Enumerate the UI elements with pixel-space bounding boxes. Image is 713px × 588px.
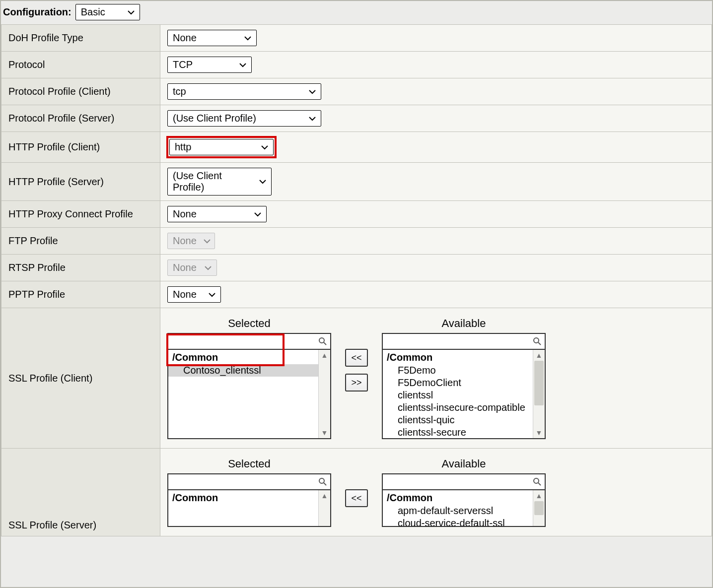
configuration-label: Configuration:	[3, 6, 71, 18]
list-item[interactable]: cloud-service-default-ssl	[383, 517, 533, 526]
row-label-http-profile-client: HTTP Profile (Client)	[1, 132, 160, 163]
configuration-bar: Configuration: Basic	[1, 1, 712, 24]
configuration-select[interactable]: Basic	[75, 4, 140, 20]
chevron-down-icon	[309, 89, 316, 94]
search-icon	[315, 477, 330, 486]
ssl-server-dual-list: Selected /Common	[167, 457, 705, 527]
list-item[interactable]: apm-default-serverssl	[383, 505, 533, 517]
chevron-down-icon	[239, 63, 246, 67]
ssl-server-available-search[interactable]	[382, 473, 546, 490]
ssl-client-available-search-input[interactable]	[383, 334, 530, 349]
ssl-server-available-search-input[interactable]	[383, 475, 530, 489]
svg-line-1	[324, 342, 326, 345]
chevron-down-icon	[309, 116, 316, 121]
scrollbar[interactable]: ▲ ▼	[318, 350, 330, 438]
chevron-down-icon	[205, 265, 212, 270]
list-item[interactable]: F5Demo	[383, 364, 533, 377]
svg-point-4	[319, 478, 324, 483]
scroll-up-icon[interactable]: ▲	[319, 350, 330, 361]
row-label-pptp-profile: PPTP Profile	[1, 281, 160, 308]
ssl-client-selected-search-input[interactable]	[168, 334, 315, 349]
ssl-client-selected-group: /Common	[168, 351, 318, 364]
scrollbar[interactable]: ▲ ▼	[533, 350, 545, 438]
list-item[interactable]: clientssl-insecure-compatible	[383, 401, 533, 414]
list-item[interactable]: clientssl-quic	[383, 414, 533, 426]
move-left-button[interactable]: <<	[345, 489, 368, 507]
chevron-down-icon	[261, 145, 268, 150]
svg-point-2	[534, 338, 539, 343]
protocol-select[interactable]: TCP	[167, 57, 252, 73]
search-icon	[530, 337, 545, 346]
ssl-client-move-buttons: << >>	[345, 349, 368, 392]
list-item[interactable]: clientssl-secure	[383, 426, 533, 438]
scroll-up-icon[interactable]: ▲	[319, 490, 330, 501]
doh-profile-type-select[interactable]: None	[167, 30, 257, 46]
protocol-profile-client-select[interactable]: tcp	[167, 83, 321, 100]
ssl-client-available-group: /Common	[383, 351, 533, 364]
rtsp-profile-select: None	[167, 260, 217, 276]
row-label-http-profile-server: HTTP Profile (Server)	[1, 163, 160, 201]
configuration-form-table: DoH Profile Type None Protocol TCP	[1, 24, 712, 536]
row-label-ftp-profile: FTP Profile	[1, 228, 160, 255]
row-label-protocol: Protocol	[1, 52, 160, 78]
ssl-client-dual-list: Selected /Common Contoso_clients	[167, 317, 705, 439]
list-item[interactable]: Contoso_clientssl	[168, 364, 318, 377]
list-item[interactable]: clientssl	[383, 389, 533, 401]
chevron-down-icon	[204, 239, 211, 244]
svg-point-6	[534, 478, 539, 483]
search-icon	[530, 477, 545, 486]
chevron-down-icon	[254, 212, 261, 217]
ssl-server-selected-search[interactable]	[167, 473, 331, 490]
ssl-server-available-title: Available	[382, 457, 546, 470]
svg-line-7	[538, 483, 541, 485]
pptp-profile-select[interactable]: None	[167, 286, 221, 303]
ssl-server-available-listbox[interactable]: /Common apm-default-serverssl cloud-serv…	[382, 490, 546, 527]
configuration-select-value: Basic	[81, 6, 105, 18]
move-left-button[interactable]: <<	[345, 349, 368, 367]
svg-line-5	[324, 483, 326, 485]
protocol-profile-server-select[interactable]: (Use Client Profile)	[167, 110, 321, 127]
ssl-server-selected-search-input[interactable]	[168, 475, 315, 489]
ssl-client-available-title: Available	[382, 317, 546, 330]
http-profile-client-select[interactable]: http	[169, 139, 274, 155]
configuration-panel: Configuration: Basic DoH Profile Type No…	[0, 0, 713, 588]
ssl-client-selected-listbox[interactable]: /Common Contoso_clientssl ▲ ▼	[167, 350, 331, 439]
http-profile-server-select[interactable]: (Use Client Profile)	[167, 168, 272, 196]
list-item[interactable]: F5DemoClient	[383, 377, 533, 389]
scroll-down-icon[interactable]: ▼	[533, 427, 545, 438]
ssl-client-selected-search[interactable]	[167, 333, 331, 350]
ssl-server-selected-listbox[interactable]: /Common ▲	[167, 490, 331, 527]
ssl-client-available-search[interactable]	[382, 333, 546, 350]
search-icon	[315, 337, 330, 346]
scroll-up-icon[interactable]: ▲	[533, 350, 545, 361]
ftp-profile-select: None	[167, 233, 215, 249]
row-label-ssl-profile-client: SSL Profile (Client)	[1, 308, 160, 449]
row-label-rtsp-profile: RTSP Profile	[1, 255, 160, 281]
row-label-ssl-profile-server: SSL Profile (Server)	[1, 449, 160, 536]
chevron-down-icon	[209, 292, 215, 297]
chevron-down-icon	[259, 179, 266, 184]
scroll-up-icon[interactable]: ▲	[533, 490, 545, 501]
row-label-doh: DoH Profile Type	[1, 25, 160, 52]
svg-line-3	[538, 342, 541, 345]
scrollbar[interactable]: ▲	[318, 490, 330, 526]
http-proxy-connect-select[interactable]: None	[167, 206, 267, 222]
chevron-down-icon	[128, 10, 135, 15]
ssl-server-selected-group: /Common	[168, 491, 318, 505]
row-label-protocol-profile-server: Protocol Profile (Server)	[1, 105, 160, 132]
ssl-client-available-listbox[interactable]: /Common F5Demo F5DemoClient clientssl cl…	[382, 350, 546, 439]
ssl-server-selected-title: Selected	[167, 457, 331, 470]
ssl-server-available-group: /Common	[383, 491, 533, 505]
ssl-server-move-buttons: <<	[345, 489, 368, 507]
row-label-http-proxy-connect: HTTP Proxy Connect Profile	[1, 201, 160, 228]
scroll-down-icon[interactable]: ▼	[319, 427, 330, 438]
move-right-button[interactable]: >>	[345, 374, 368, 392]
row-label-protocol-profile-client: Protocol Profile (Client)	[1, 78, 160, 105]
scrollbar[interactable]: ▲	[533, 490, 545, 526]
svg-point-0	[319, 338, 324, 343]
http-profile-client-highlight: http	[167, 137, 276, 157]
chevron-down-icon	[244, 36, 251, 41]
ssl-client-selected-title: Selected	[167, 317, 331, 330]
